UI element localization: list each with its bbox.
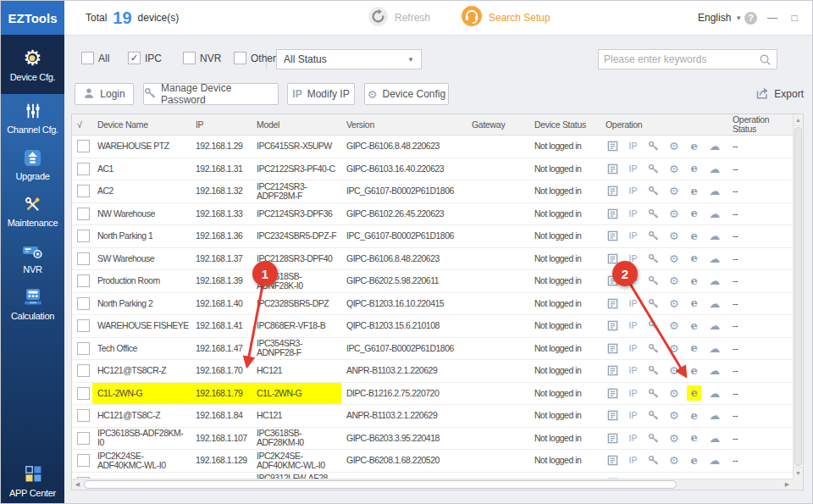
cloud-icon[interactable]: ☁ <box>707 184 722 199</box>
browser-icon[interactable]: e <box>687 229 701 244</box>
password-icon[interactable] <box>646 184 661 199</box>
device-details-icon[interactable] <box>606 430 620 446</box>
cloud-icon[interactable]: ☁ <box>707 341 722 356</box>
password-icon[interactable] <box>646 251 661 266</box>
cloud-icon[interactable]: ☁ <box>707 139 722 154</box>
table-row[interactable]: C1L-2WN-G192.168.1.79C1L-2WN-GDIPC-B1216… <box>72 383 803 406</box>
modify-ip-button[interactable]: IP Modify IP <box>287 83 355 105</box>
cloud-icon[interactable]: ☁ <box>707 296 722 311</box>
table-row[interactable]: IPC3618SB-ADF28KM-I0192.168.1.107IPC3618… <box>72 428 803 451</box>
refresh-button[interactable]: Refresh <box>368 1 430 35</box>
cloud-icon[interactable]: ☁ <box>707 430 722 446</box>
browser-icon[interactable]: e <box>687 430 701 446</box>
row-checkbox[interactable] <box>77 454 90 467</box>
modify-ip-icon[interactable]: IP <box>626 363 640 379</box>
browser-icon[interactable]: e <box>687 385 701 401</box>
device-details-icon[interactable] <box>606 139 620 154</box>
minimize-button[interactable]: — <box>766 12 779 24</box>
checkbox-box[interactable] <box>234 52 246 64</box>
table-row[interactable]: NW Warehouse192.168.1.33IPC2124SR3-DPF36… <box>72 203 803 226</box>
device-details-icon[interactable] <box>606 296 620 311</box>
table-row[interactable]: Production Room192.168.1.39IPC3618SB-ADN… <box>72 270 803 293</box>
config-icon[interactable]: ⚙ <box>666 430 681 446</box>
sidebar-item-upgrade[interactable]: Upgrade <box>1 141 64 187</box>
cloud-icon[interactable]: ☁ <box>707 453 722 468</box>
row-checkbox[interactable] <box>77 432 90 445</box>
cloud-icon[interactable]: ☁ <box>707 385 722 401</box>
table-row[interactable]: AC1192.168.1.31IPC2122SR3-PF40-CGIPC-B61… <box>72 158 803 181</box>
config-icon[interactable]: ⚙ <box>666 184 681 199</box>
search-icon[interactable] <box>759 53 772 66</box>
password-icon[interactable] <box>646 206 661 221</box>
password-icon[interactable] <box>646 296 661 311</box>
modify-ip-icon[interactable]: IP <box>626 206 640 221</box>
help-icon[interactable]: ? <box>744 12 757 25</box>
table-row[interactable]: HC121@TS8C-Z192.168.1.84HC121ANPR-B1103.… <box>72 405 803 428</box>
modify-ip-icon[interactable]: IP <box>626 341 640 356</box>
cloud-icon[interactable]: ☁ <box>707 408 722 424</box>
modify-ip-icon[interactable]: IP <box>626 296 640 311</box>
password-icon[interactable] <box>646 139 661 154</box>
table-row[interactable]: WAREHOUSE PTZ192.168.1.29IPC6415SR-X5UPW… <box>72 136 803 158</box>
table-row[interactable]: AC2192.168.1.32IPC2124SR3-ADPF28M-FIPC_G… <box>72 180 803 203</box>
scroll-right-icon[interactable]: ▶ <box>782 479 793 490</box>
sidebar-item-app-center[interactable]: APP Center <box>1 462 64 498</box>
checkbox-other[interactable]: Other <box>234 52 276 64</box>
device-details-icon[interactable] <box>606 363 620 379</box>
table-row[interactable]: IPC2K24SE-ADF40KMC-WL-I0192.168.1.129IPC… <box>72 450 803 473</box>
device-config-button[interactable]: ⚙ Device Config <box>364 83 449 105</box>
config-icon[interactable]: ⚙ <box>666 296 681 311</box>
config-icon[interactable]: ⚙ <box>666 206 681 221</box>
password-icon[interactable] <box>646 229 661 244</box>
modify-ip-icon[interactable]: IP <box>626 161 640 176</box>
password-icon[interactable] <box>646 341 661 356</box>
export-button[interactable]: Export <box>755 83 804 105</box>
browser-icon[interactable]: e <box>687 139 701 154</box>
row-checkbox[interactable] <box>77 140 90 152</box>
browser-icon[interactable]: e <box>687 206 701 221</box>
table-row[interactable]: North Parking 2192.168.1.40IPC2328SBR5-D… <box>72 293 803 316</box>
modify-ip-icon[interactable]: IP <box>626 184 640 199</box>
browser-icon[interactable]: e <box>687 251 701 266</box>
modify-ip-icon[interactable]: IP <box>626 139 640 154</box>
device-details-icon[interactable] <box>606 341 620 356</box>
device-details-icon[interactable] <box>606 184 620 199</box>
password-icon[interactable] <box>646 453 661 468</box>
config-icon[interactable]: ⚙ <box>666 229 681 244</box>
browser-icon[interactable]: e <box>687 341 701 356</box>
config-icon[interactable]: ⚙ <box>666 161 681 176</box>
cloud-icon[interactable]: ☁ <box>707 274 722 289</box>
modify-ip-icon[interactable]: IP <box>626 408 640 424</box>
device-details-icon[interactable] <box>606 408 620 424</box>
password-icon[interactable] <box>646 318 661 334</box>
checkbox-nvr[interactable]: NVR <box>183 52 221 64</box>
row-checkbox[interactable] <box>77 252 90 265</box>
close-button[interactable]: ✕ <box>810 12 813 24</box>
checkbox-ipc[interactable]: ✓IPC <box>128 52 162 64</box>
row-checkbox[interactable] <box>77 364 90 377</box>
password-icon[interactable] <box>646 363 661 379</box>
row-checkbox[interactable] <box>77 274 90 287</box>
modify-ip-icon[interactable]: IP <box>626 430 640 446</box>
modify-ip-icon[interactable]: IP <box>626 229 640 244</box>
device-details-icon[interactable] <box>606 318 620 334</box>
sidebar-item-channel-cfg[interactable]: Channel Cfg. <box>1 94 64 141</box>
scroll-down-icon[interactable]: ▼ <box>794 467 803 479</box>
cloud-icon[interactable]: ☁ <box>707 161 722 176</box>
browser-icon[interactable]: e <box>687 453 701 468</box>
table-row[interactable]: SW Warehouse192.168.1.37IPC2128SR3-DPF40… <box>72 248 803 271</box>
sidebar-item-maintenance[interactable]: Maintenance <box>1 187 64 234</box>
table-row[interactable]: Tech Office192.168.1.47IPC354SR3-ADNPF28… <box>72 338 803 361</box>
modify-ip-icon[interactable]: IP <box>626 453 640 468</box>
sidebar-item-device-cfg[interactable]: ⚙Device Cfg. <box>1 35 64 94</box>
cloud-icon[interactable]: ☁ <box>707 229 722 244</box>
password-icon[interactable] <box>646 408 661 424</box>
browser-icon[interactable]: e <box>687 296 701 311</box>
checkbox-box[interactable]: ✓ <box>128 52 141 64</box>
browser-icon[interactable]: e <box>687 161 701 176</box>
language-select[interactable]: English ▼ <box>698 1 742 35</box>
password-icon[interactable] <box>646 430 661 446</box>
maximize-button[interactable]: □ <box>788 12 801 24</box>
row-checkbox[interactable] <box>77 297 90 310</box>
cloud-icon[interactable]: ☁ <box>707 206 722 221</box>
